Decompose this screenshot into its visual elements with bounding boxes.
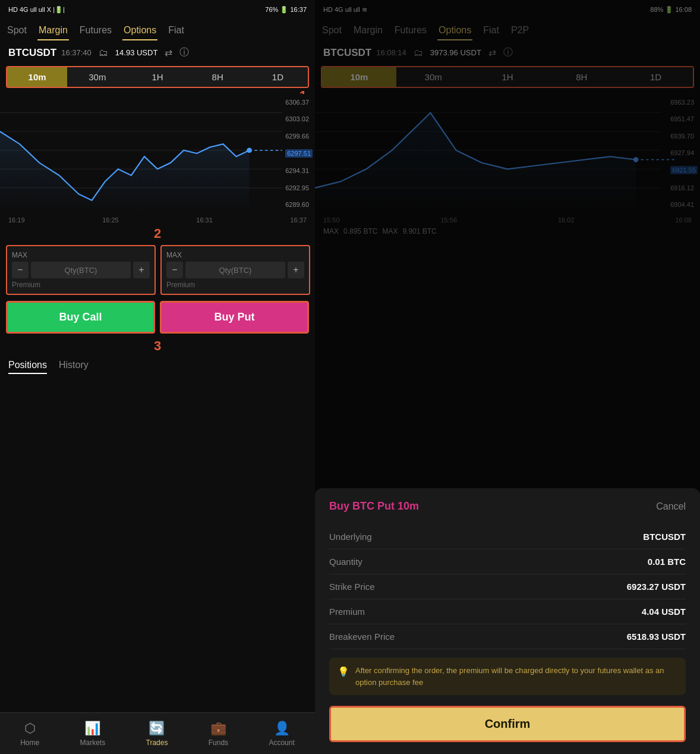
left-panel: HD 4G ull ull X |🔋| 76% 🔋 16:37 Spot Mar…	[0, 0, 315, 754]
right-panel: HD 4G ull ull ≋ 88% 🔋 16:08 Spot Margin …	[315, 0, 700, 754]
modal-notice-text: After confirming the order, the premium …	[355, 665, 677, 688]
order-premium-put: Premium	[166, 281, 304, 289]
left-order-section: MAX − + Premium MAX − + Premium	[6, 245, 309, 295]
left-time-selector: 10m 30m 1H 8H 1D	[6, 66, 309, 88]
left-action-buttons: Buy Call Buy Put	[6, 301, 309, 334]
order-qty-row-call: − +	[12, 262, 150, 278]
trades-icon-left: 🔄	[149, 721, 165, 736]
buy-call-button[interactable]: Buy Call	[6, 301, 155, 334]
annotation-2: 2	[0, 226, 315, 241]
buy-put-button[interactable]: Buy Put	[160, 301, 309, 334]
lightbulb-icon: 💡	[338, 666, 349, 677]
nav-account-left[interactable]: 👤 Account	[269, 721, 294, 747]
time-btn-1d-left[interactable]: 1D	[248, 67, 308, 87]
time-btn-30m-left[interactable]: 30m	[67, 67, 127, 87]
tab-spot-left[interactable]: Spot	[6, 21, 28, 40]
price-label-6: 6289.60	[285, 201, 313, 208]
info-icon-left[interactable]: ⓘ	[179, 46, 189, 59]
tab-margin-left[interactable]: Margin	[37, 21, 69, 40]
swap-icon-left[interactable]: ⇄	[165, 47, 172, 58]
modal-row-breakeven: Breakeven Price 6518.93 USDT	[329, 624, 686, 649]
left-status-left: HD 4G ull ull X |🔋|	[8, 6, 65, 14]
time-label-2-left: 16:31	[196, 216, 213, 224]
nav-funds-left[interactable]: 💼 Funds	[209, 721, 228, 747]
left-chart-prices: 6306.37 6303.02 6299.66 6297.51 6294.31 …	[285, 94, 313, 213]
funds-icon-left: 💼	[210, 721, 226, 736]
account-icon-left: 👤	[274, 721, 290, 736]
left-pair-bar: BTCUSDT 16:37:40 🗂 14.93 USDT ⇄ ⓘ	[0, 43, 315, 62]
nav-home-label-left: Home	[20, 739, 39, 747]
order-qty-row-put: − +	[166, 262, 304, 278]
modal-row-premium: Premium 4.04 USDT	[329, 599, 686, 624]
left-pair-time: 16:37:40	[61, 48, 92, 57]
modal-header: Buy BTC Put 10m Cancel	[329, 500, 686, 513]
nav-account-label-left: Account	[269, 739, 294, 747]
modal-label-underlying: Underlying	[329, 532, 372, 542]
tab-fiat-left[interactable]: Fiat	[167, 21, 185, 40]
price-label-highlight: 6297.51	[285, 149, 313, 158]
order-premium-call: Premium	[12, 281, 150, 289]
tab-futures-left[interactable]: Futures	[78, 21, 113, 40]
tab-positions[interactable]: Positions	[8, 360, 47, 374]
nav-trades-label-left: Trades	[146, 739, 168, 747]
modal-sheet: Buy BTC Put 10m Cancel Underlying BTCUSD…	[315, 488, 700, 754]
price-label-1: 6306.37	[285, 99, 313, 106]
modal-value-breakeven: 6518.93 USDT	[627, 632, 686, 642]
time-label-3-left: 16:37	[290, 216, 307, 224]
markets-icon-left: 📊	[84, 721, 100, 736]
qty-input-call[interactable]	[31, 262, 131, 278]
left-chart-svg	[0, 94, 315, 213]
nav-funds-label-left: Funds	[209, 739, 228, 747]
tab-history[interactable]: History	[59, 360, 89, 374]
nav-home-left[interactable]: ⬡ Home	[20, 721, 39, 747]
left-status-right: 76% 🔋 16:37	[265, 6, 307, 14]
calendar-icon-left: 🗂	[99, 48, 108, 58]
modal-row-quantity: Quantity 0.01 BTC	[329, 549, 686, 574]
qty-minus-put[interactable]: −	[166, 262, 183, 278]
qty-plus-call[interactable]: +	[133, 262, 150, 278]
svg-marker-5	[0, 131, 250, 213]
modal-label-premium: Premium	[329, 607, 365, 617]
order-box-call-label: MAX	[12, 251, 150, 259]
nav-markets-left[interactable]: 📊 Markets	[80, 721, 106, 747]
qty-plus-put[interactable]: +	[288, 262, 304, 278]
modal-cancel-button[interactable]: Cancel	[656, 501, 686, 512]
left-bottom-nav: ⬡ Home 📊 Markets 🔄 Trades 💼 Funds 👤 Acco…	[0, 712, 315, 754]
modal-value-quantity: 0.01 BTC	[648, 557, 686, 567]
time-btn-8h-left[interactable]: 8H	[188, 67, 248, 87]
left-pair-name: BTCUSDT	[8, 47, 56, 59]
modal-row-strike: Strike Price 6923.27 USDT	[329, 574, 686, 599]
price-label-4: 6294.31	[285, 167, 313, 174]
qty-input-put[interactable]	[185, 262, 285, 278]
confirm-button[interactable]: Confirm	[329, 706, 686, 742]
modal-label-quantity: Quantity	[329, 557, 362, 567]
order-box-put-label: MAX	[166, 251, 304, 259]
left-status-bar: HD 4G ull ull X |🔋| 76% 🔋 16:37	[0, 0, 315, 19]
modal-overlay: Buy BTC Put 10m Cancel Underlying BTCUSD…	[315, 0, 700, 754]
modal-label-strike: Strike Price	[329, 582, 375, 592]
time-btn-10m-left[interactable]: 10m	[7, 67, 67, 87]
time-label-0-left: 16:19	[8, 216, 25, 224]
svg-point-7	[247, 148, 252, 153]
left-chart: 6306.37 6303.02 6299.66 6297.51 6294.31 …	[0, 94, 315, 213]
modal-notice: 💡 After confirming the order, the premiu…	[329, 658, 686, 695]
time-btn-1h-left[interactable]: 1H	[127, 67, 187, 87]
modal-label-breakeven: Breakeven Price	[329, 632, 395, 642]
left-chart-times: 16:19 16:25 16:31 16:37	[0, 215, 315, 225]
modal-row-underlying: Underlying BTCUSDT	[329, 524, 686, 549]
modal-value-underlying: BTCUSDT	[643, 532, 686, 542]
tab-options-left[interactable]: Options	[122, 21, 157, 40]
order-box-put: MAX − + Premium	[160, 245, 310, 295]
left-position-tabs: Positions History	[0, 355, 315, 379]
nav-markets-label-left: Markets	[80, 739, 106, 747]
modal-title: Buy BTC Put 10m	[329, 500, 419, 513]
price-label-5: 6292.95	[285, 184, 313, 191]
time-label-1-left: 16:25	[102, 216, 119, 224]
modal-value-premium: 4.04 USDT	[642, 607, 686, 617]
order-box-call: MAX − + Premium	[6, 245, 156, 295]
qty-minus-call[interactable]: −	[12, 262, 29, 278]
price-label-3: 6299.66	[285, 133, 313, 140]
home-icon-left: ⬡	[24, 721, 36, 736]
modal-value-strike: 6923.27 USDT	[627, 582, 686, 592]
nav-trades-left[interactable]: 🔄 Trades	[146, 721, 168, 747]
